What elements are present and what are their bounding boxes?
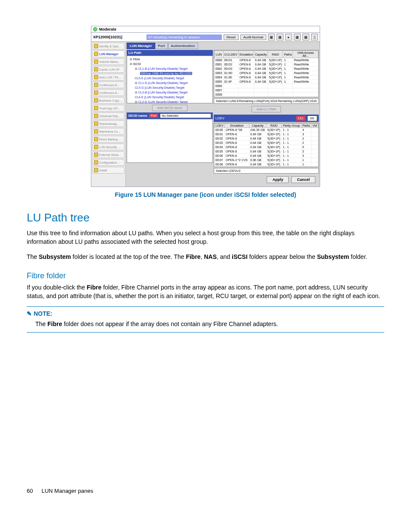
nav-item-3[interactable]: Cache LUN XP (92, 66, 125, 73)
cu-select[interactable]: 00 (307, 115, 317, 121)
nav-icon (94, 90, 98, 95)
status-led-icon (93, 27, 97, 31)
col-header[interactable]: CU:LDEV (223, 51, 238, 58)
nav-icon (94, 160, 98, 165)
nav-item-6[interactable]: Continuous A... (92, 89, 125, 96)
col-header[interactable]: Emulation (238, 51, 254, 58)
heading-fibre-folder: Fibre folder (27, 271, 384, 280)
col-header[interactable]: RAID (268, 51, 283, 58)
nav-label: Continuous A... (99, 84, 119, 87)
tree-item[interactable]: ⊞ CL1-B (LUN Security:Disable) Target (128, 66, 212, 71)
nav-item-12[interactable]: Direct Backup... (92, 136, 125, 143)
table-row[interactable]: 0008 (215, 93, 318, 97)
tree-item[interactable]: CL5-G (LUN Security:Disable) Target (128, 85, 212, 90)
tool-icon-3[interactable]: ▸ (285, 34, 292, 40)
iscsi-name-list[interactable] (127, 119, 213, 163)
col-header[interactable]: Emulation (224, 124, 249, 128)
lu-path-title: LU Path (127, 50, 213, 56)
tab-authentication[interactable]: Authentication (168, 43, 198, 49)
tree-item[interactable]: ⊞ CL2-B (LUN Security:Disable) Target (128, 90, 212, 95)
nav-item-10[interactable]: Shadowimag... (92, 120, 125, 127)
cancel-button[interactable]: Cancel (291, 176, 315, 183)
nav-item-8[interactable]: TrueCopy z/O... (92, 105, 125, 112)
nav-item-11[interactable]: Mainframe Co... (92, 128, 125, 135)
nav-label: Auto LUN / Pe... (99, 76, 121, 79)
col-header[interactable]: VM (311, 124, 318, 128)
nav-icon (94, 145, 98, 149)
lu-path-tree[interactable]: ⊞ Fibre⊞ iSCSI⊞ CL1-B (LUN Security:Disa… (127, 56, 213, 103)
nav-item-2[interactable]: Volume Mana... (92, 58, 125, 65)
col-header[interactable]: VMA Access Att... (293, 51, 318, 58)
tool-icon-4[interactable]: ▦ (294, 34, 301, 40)
table-row[interactable]: 00:01OPEN-86.84 GB5(3D+1P)1 - 13 (215, 132, 318, 137)
nav-icon (94, 75, 98, 79)
nav-label: LUN Manager (99, 53, 118, 56)
nav-item-14[interactable]: External Stora... (92, 151, 125, 158)
nav-item-15[interactable]: Configuration ... (92, 159, 125, 166)
ldev-title: LDEV (215, 116, 294, 120)
table-row[interactable]: 00:04OPEN-86.84 GB5(3D+1P)1 - 15 (215, 145, 318, 149)
apply-button[interactable]: Apply (267, 176, 289, 183)
table-row[interactable]: 00:02OPEN-86.84 GB5(3D+1P)1 - 12 (215, 137, 318, 141)
table-row[interactable]: 0007 (215, 88, 318, 93)
col-header[interactable]: Paths (301, 124, 311, 128)
add-lu-path-button[interactable]: Add LU Path (252, 106, 280, 112)
nav-item-13[interactable]: LUN Security ... (92, 143, 125, 150)
nav-item-9[interactable]: Universal Rep... (92, 112, 125, 119)
nav-item-0[interactable]: Identity & Syst... (92, 43, 125, 50)
table-row[interactable]: 00:06OPEN-86.84 GB5(3D+1P)1 - 13 (215, 154, 318, 158)
tab-lun-manager[interactable]: LUN Manager (127, 43, 155, 49)
nav-label: Shadowimag... (99, 122, 119, 125)
tree-item[interactable]: ⊞ Fibre (128, 57, 212, 62)
tree-item[interactable]: CL5-E (LUN Security:Disable) Target (128, 76, 212, 81)
col-header[interactable]: Paths (283, 51, 293, 58)
col-header[interactable]: LDEV (215, 124, 225, 128)
nav-item-5[interactable]: Continuous A... (92, 81, 125, 88)
nav-item-7[interactable]: Business Copy ... (92, 97, 125, 104)
nav-icon (94, 52, 98, 56)
table-row[interactable]: 00:07OPEN-3 *2 CVS0.06 GB5(3D+1P)1 - 11 (215, 158, 318, 162)
tree-item[interactable]: CL6-E (LUN Security:Disable) Target (128, 95, 212, 100)
ldev-table[interactable]: LDEVEmulationCapacityRAIDParity GroupPat… (214, 123, 319, 167)
col-header[interactable]: Parity Group (282, 124, 301, 128)
tool-icon-2[interactable]: ▦ (277, 34, 283, 40)
tab-port[interactable]: Port (155, 43, 168, 49)
paragraph-3: If you double-click the Fibre folder, Fi… (27, 283, 384, 301)
col-header[interactable]: Capacity (249, 124, 266, 128)
table-row[interactable]: 00:03OPEN-86.84 GB5(3D+1P)1 - 12 (215, 141, 318, 145)
tree-item[interactable]: 5001iqn.1986-03.com.hp.hq.r5011023 (128, 71, 212, 76)
table-row[interactable]: 000501:9FOPEN-86.84 GB5(3D+1P)1Read/Writ… (215, 80, 318, 84)
nav-label: Business Copy ... (99, 99, 122, 102)
table-row[interactable]: 0006 (215, 84, 318, 88)
page-number: 60 (27, 488, 33, 494)
tool-icon-1[interactable]: ▦ (268, 34, 275, 40)
col-header[interactable]: LUN (215, 51, 224, 58)
table-row[interactable]: 000200:D3OPEN-86.84 GB5(3D+1P)1Read/Writ… (215, 67, 318, 71)
table-row[interactable]: 000401:9EOPEN-86.84 GB5(3D+1P)1Read/Writ… (215, 75, 318, 80)
tree-item[interactable]: ⊞ CL2-D (LUN Security:Disable) Target (128, 100, 212, 103)
nav-icon (94, 121, 98, 126)
nav-item-4[interactable]: Auto LUN / Pe... (92, 74, 125, 81)
table-row[interactable]: 00:05OPEN-86.84 GB5(3D+1P)1 - 13 (215, 149, 318, 154)
table-row[interactable]: 000100:D2OPEN-86.84 GB5(3D+1P)1Read/Writ… (215, 62, 318, 67)
lun-table[interactable]: LUNCU:LDEVEmulationCapacityRAIDPathsVMA … (214, 50, 319, 97)
tree-item[interactable]: ⊞ iSCSI (128, 62, 212, 66)
port-select[interactable]: No Selected (160, 113, 211, 118)
nav-item-16[interactable]: Install (92, 167, 125, 174)
tree-item[interactable]: ⊞ CL1-D (LUN Security:Disable) Target (128, 81, 212, 85)
table-row[interactable]: 00:08OPEN-86.84 GB5(3D+1P)1 - 11 (215, 162, 318, 167)
table-row[interactable]: 00:00OPEN-8 *36246.35 GB5(3D+1P)1 - 14 (215, 128, 318, 132)
reset-button[interactable]: Reset (224, 34, 239, 40)
table-row[interactable]: 000301:9DOPEN-86.84 GB5(3D+1P)1Read/Writ… (215, 71, 318, 75)
tool-icon-5[interactable]: ▦ (302, 34, 309, 40)
iscsi-name-label: iSCSI name (128, 114, 147, 118)
add-iscsi-name-button[interactable]: Add iSCSI name (152, 105, 187, 111)
col-header[interactable]: Capacity (254, 51, 268, 58)
nav-label: Continuous A... (99, 91, 119, 94)
col-header[interactable]: RAID (266, 124, 282, 128)
table-row[interactable]: 000000:D1OPEN-86.84 GB5(3D+1P)1Read/Writ… (215, 58, 318, 62)
nav-item-1[interactable]: LUN Manager (92, 50, 125, 57)
remaining-luns: Remaining LUNs(Port):1018 Remaining LUNs… (239, 100, 317, 103)
tool-icon-6[interactable]: ▯ (311, 34, 318, 40)
tool-tabs: LUN Manager Port Authentication (127, 43, 319, 49)
